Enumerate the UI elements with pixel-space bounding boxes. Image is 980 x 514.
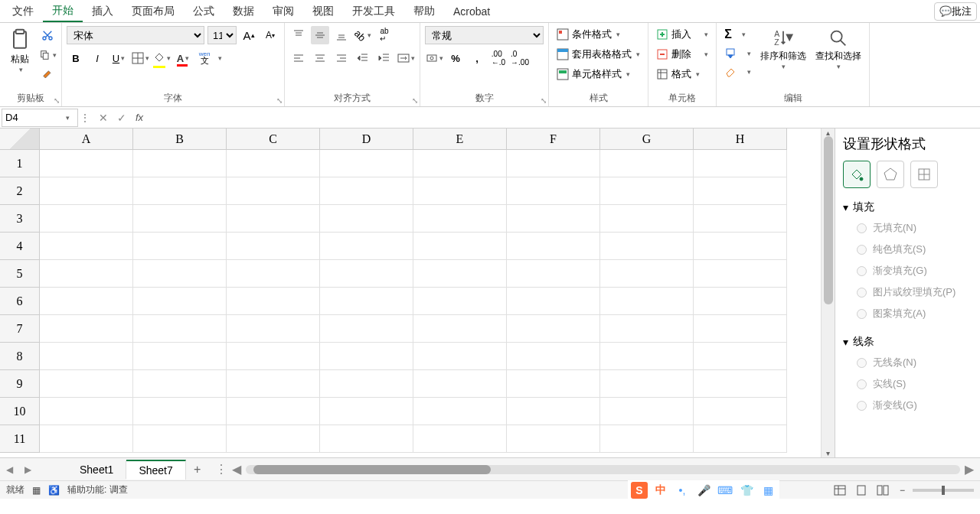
line-section-toggle[interactable]: ▾线条 [843, 332, 972, 352]
select-all-corner[interactable] [0, 128, 40, 150]
ime-skin-icon[interactable]: 👕 [738, 482, 755, 499]
currency-button[interactable]: ▾ [425, 49, 443, 67]
row-header[interactable]: 4 [0, 233, 40, 260]
delete-cells-button[interactable]: 删除 ▾ [653, 46, 711, 63]
cut-button[interactable] [38, 26, 57, 44]
cell-style-button[interactable]: 单元格样式▾ [554, 66, 643, 83]
ime-lang-button[interactable]: 中 [652, 482, 669, 499]
radio-input[interactable] [857, 266, 867, 276]
row-header[interactable]: 6 [0, 288, 40, 315]
fill-section-toggle[interactable]: ▾填充 [843, 197, 972, 217]
row-header[interactable]: 8 [0, 343, 40, 370]
col-header[interactable]: D [320, 128, 413, 150]
panel-tab-fill[interactable] [843, 161, 871, 188]
comma-button[interactable]: , [468, 49, 486, 67]
bold-button[interactable]: B [67, 49, 85, 67]
cancel-formula-button[interactable]: ✕ [94, 109, 113, 127]
sheet-prev-button[interactable]: ◀ [0, 464, 18, 475]
radio-input[interactable] [857, 288, 867, 298]
align-bottom-button[interactable] [332, 26, 351, 44]
col-header[interactable]: F [507, 128, 600, 150]
vscroll-thumb[interactable] [824, 136, 833, 304]
hscroll-menu-icon[interactable]: ⋮ [215, 462, 227, 477]
col-header[interactable]: G [600, 128, 694, 150]
wrap-text-button[interactable]: ab↵ [375, 26, 394, 44]
page-break-view-button[interactable] [874, 483, 892, 498]
orientation-button[interactable]: ab▾ [354, 26, 372, 44]
sheet-tab[interactable]: Sheet1 [67, 460, 126, 479]
underline-button[interactable]: U▾ [109, 49, 128, 67]
menu-data[interactable]: 数据 [224, 2, 263, 21]
row-header[interactable]: 3 [0, 205, 40, 233]
row-header[interactable]: 2 [0, 177, 40, 205]
conditional-format-button[interactable]: 条件格式▾ [554, 26, 643, 43]
hscroll-thumb[interactable] [253, 465, 491, 474]
increase-indent-button[interactable] [375, 49, 394, 67]
align-right-button[interactable] [332, 49, 351, 67]
format-cells-button[interactable]: 格式▾ [653, 66, 711, 83]
sum-button[interactable]: Σ ▾ [721, 26, 754, 43]
table-format-button[interactable]: 套用表格格式▾ [554, 46, 643, 63]
paste-button[interactable]: 粘贴 ▾ [5, 26, 35, 75]
col-header[interactable]: A [40, 128, 133, 150]
clipboard-expand-icon[interactable]: ⤡ [54, 96, 60, 105]
col-header[interactable]: E [413, 128, 507, 150]
increase-decimal-button[interactable]: .00←.0 [489, 49, 508, 67]
number-expand-icon[interactable]: ⤡ [541, 96, 547, 105]
zoom-out-button[interactable]: − [895, 485, 910, 496]
copy-button[interactable]: ▾ [38, 46, 57, 64]
fill-option[interactable]: 图片或纹理填充(P) [843, 281, 972, 303]
row-header[interactable]: 7 [0, 315, 40, 343]
page-layout-view-button[interactable] [852, 483, 871, 498]
fill-option[interactable]: 无填充(N) [843, 217, 972, 239]
ime-voice-icon[interactable]: 🎤 [695, 482, 712, 499]
hscroll-track[interactable] [246, 465, 960, 474]
row-header[interactable]: 11 [0, 425, 40, 453]
add-sheet-button[interactable]: + [186, 463, 209, 477]
decrease-font-button[interactable]: A▾ [261, 26, 279, 44]
increase-font-button[interactable]: A▴ [240, 26, 258, 44]
menu-acrobat[interactable]: Acrobat [444, 2, 499, 21]
find-select-button[interactable]: 查找和选择 ▾ [812, 26, 864, 72]
font-color-button[interactable]: A▾ [174, 49, 192, 67]
font-expand-icon[interactable]: ⤡ [276, 96, 283, 105]
insert-cells-button[interactable]: 插入 ▾ [653, 26, 711, 43]
col-header[interactable]: B [133, 128, 227, 150]
align-middle-button[interactable] [311, 26, 329, 44]
menu-insert[interactable]: 插入 [83, 2, 122, 21]
ime-toolbox-icon[interactable]: ▦ [760, 482, 776, 499]
ruby-button[interactable]: wen文 [195, 49, 214, 67]
menu-help[interactable]: 帮助 [404, 2, 444, 21]
stats-icon[interactable]: ▦ [32, 485, 41, 496]
fill-button[interactable]: ▾ [721, 46, 754, 61]
zoom-slider[interactable] [913, 489, 974, 492]
scroll-right-icon[interactable]: ▶ [965, 462, 974, 477]
panel-tab-effects[interactable] [877, 161, 904, 188]
clear-button[interactable]: ▾ [721, 64, 754, 80]
ime-punct-icon[interactable]: •, [674, 482, 691, 499]
radio-input[interactable] [857, 358, 867, 368]
panel-tab-size[interactable] [910, 161, 938, 188]
horizontal-scrollbar[interactable]: ⋮ ◀ ▶ [209, 462, 980, 477]
ime-keyboard-icon[interactable]: ⌨ [717, 482, 733, 499]
vertical-scrollbar[interactable]: ▴ ▾ [821, 128, 835, 457]
formula-more-button[interactable]: ⋮ [76, 109, 94, 127]
radio-input[interactable] [857, 401, 867, 411]
radio-input[interactable] [857, 379, 867, 389]
normal-view-button[interactable] [831, 483, 849, 498]
formula-input[interactable] [148, 109, 980, 127]
namebox-dropdown-icon[interactable]: ▾ [66, 114, 70, 122]
accept-formula-button[interactable]: ✓ [113, 109, 131, 127]
line-option[interactable]: 渐变线(G) [843, 395, 972, 416]
menu-dev[interactable]: 开发工具 [343, 2, 404, 21]
menu-formula[interactable]: 公式 [184, 2, 224, 21]
italic-button[interactable]: I [88, 49, 106, 67]
format-painter-button[interactable] [38, 66, 57, 84]
alignment-expand-icon[interactable]: ⤡ [412, 96, 418, 105]
fx-icon[interactable]: fx [131, 112, 148, 123]
font-name-select[interactable]: 宋体 [67, 26, 204, 44]
line-option[interactable]: 实线(S) [843, 373, 972, 395]
sheet-next-button[interactable]: ▶ [18, 464, 37, 475]
radio-input[interactable] [857, 309, 867, 319]
number-format-select[interactable]: 常规 [425, 26, 544, 44]
